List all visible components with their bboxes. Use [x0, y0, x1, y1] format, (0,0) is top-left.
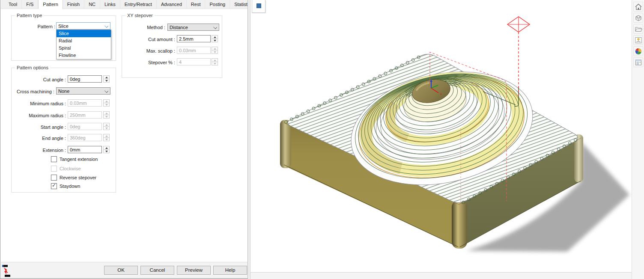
tab-entry-retract[interactable]: Entry/Retract: [120, 0, 157, 9]
checkbox-row-staydown: Staydown: [51, 183, 80, 189]
start-angle-stepper: [103, 123, 110, 130]
max-scallop-label: Max. scallop :: [129, 48, 175, 53]
group-xy-stepover-title: XY stepover: [125, 13, 155, 18]
cross-machining-combobox[interactable]: None: [56, 87, 110, 95]
viewport-3d[interactable]: x: [250, 0, 632, 279]
minimum-radius-stepper: [103, 99, 110, 107]
application-window: Tool F/S Pattern Finish NC Links Entry/R…: [0, 0, 644, 279]
minimum-radius-label: Minimum radius :: [13, 101, 66, 106]
group-pattern-type-title: Pattern type: [15, 13, 44, 18]
method-label: Method :: [129, 25, 165, 30]
dropdown-option-slice[interactable]: Slice: [57, 30, 111, 37]
cancel-button[interactable]: Cancel: [140, 266, 174, 275]
cut-angle-label: Cut angle :: [13, 77, 66, 82]
pattern-dropdown-list: Slice Radial Spiral Flowline: [56, 30, 111, 59]
start-angle-input: 0deg: [68, 123, 102, 130]
checkbox-row-reverse-stepover: Reverse stepover: [51, 175, 96, 181]
checkbox-row-clockwise: Clockwise: [51, 166, 81, 172]
pattern-combobox-value: Slice: [58, 24, 69, 29]
toolbar-render-button[interactable]: [633, 46, 643, 56]
viewport-collapsed-panel[interactable]: [252, 0, 265, 13]
machining-operation-dialog: Tool F/S Pattern Finish NC Links Entry/R…: [0, 0, 247, 279]
minimum-radius-input: 0.03mm: [68, 99, 102, 107]
end-angle-stepper: [103, 134, 110, 141]
render-sphere-icon: [634, 47, 643, 56]
tool-start-diamond-marker: [507, 17, 530, 32]
maximum-radius-label: Maximum radius :: [13, 113, 66, 118]
dropdown-option-spiral[interactable]: Spiral: [57, 45, 111, 52]
tab-advanced[interactable]: Advanced: [157, 0, 187, 9]
group-pattern-options-title: Pattern options: [15, 65, 50, 70]
end-angle-input: 360deg: [68, 134, 102, 141]
tab-rest[interactable]: Rest: [187, 0, 206, 9]
help-button[interactable]: Help: [213, 266, 247, 275]
preview-button[interactable]: Preview: [177, 266, 211, 275]
tangent-extension-label: Tangent extension: [60, 157, 98, 162]
properties-list-icon: [634, 58, 643, 67]
group-pattern-options: Pattern options: [11, 68, 116, 193]
dialog-tab-bar: Tool F/S Pattern Finish NC Links Entry/R…: [1, 0, 248, 9]
tab-pattern[interactable]: Pattern: [38, 0, 63, 9]
reverse-stepover-label: Reverse stepover: [60, 175, 96, 180]
maximum-radius-input: 250mm: [68, 111, 102, 119]
end-angle-label: End angle :: [13, 136, 66, 141]
toolbar-home-button[interactable]: [633, 2, 643, 12]
maximum-radius-stepper: [103, 111, 110, 119]
cut-amount-stepper[interactable]: [212, 35, 218, 42]
pane-splitter[interactable]: [247, 0, 250, 279]
cross-machining-combobox-value: None: [58, 89, 69, 94]
staydown-checkbox[interactable]: [51, 183, 57, 189]
staydown-label: Staydown: [60, 184, 80, 189]
tab-nc[interactable]: NC: [84, 0, 100, 9]
toolbar-open-button[interactable]: [633, 24, 643, 34]
max-scallop-stepper: [212, 47, 218, 54]
dialog-footer: OK Cancel Preview Help: [1, 262, 248, 279]
checkbox-row-tangent-extension: Tangent extension: [51, 156, 98, 162]
home-icon: [634, 3, 643, 11]
right-sidebar-toolbar: [632, 0, 644, 279]
stepover-pct-input: 4: [177, 58, 211, 65]
max-scallop-input: 0.03mm: [177, 47, 211, 54]
tangent-extension-checkbox[interactable]: [51, 156, 57, 162]
toolbar-properties-button[interactable]: [633, 57, 643, 67]
tab-links[interactable]: Links: [100, 0, 120, 9]
method-combobox-value: Distance: [170, 25, 188, 30]
extension-stepper[interactable]: [103, 146, 110, 153]
tab-finish[interactable]: Finish: [63, 0, 84, 9]
ok-button[interactable]: OK: [104, 266, 138, 275]
machine-setup-icon: [634, 36, 643, 45]
stepover-pct-stepper: [212, 58, 218, 65]
stepover-pct-label: Stepover % :: [129, 60, 175, 65]
pattern-label: Pattern :: [16, 24, 55, 29]
reverse-stepover-checkbox[interactable]: [51, 175, 57, 181]
extension-input[interactable]: 0mm: [68, 146, 102, 153]
cut-amount-label: Cut amount :: [129, 37, 175, 42]
tab-tool[interactable]: Tool: [4, 0, 22, 9]
chevron-down-icon: [104, 89, 108, 93]
cut-angle-input[interactable]: 0deg: [68, 75, 102, 83]
toolbar-stock-button[interactable]: [633, 13, 643, 23]
panel-square-icon: [256, 3, 261, 8]
chevron-down-icon: [213, 25, 217, 29]
start-angle-label: Start angle :: [13, 125, 66, 130]
dropdown-option-flowline[interactable]: Flowline: [57, 52, 111, 59]
tab-fs[interactable]: F/S: [22, 0, 38, 9]
cut-amount-input[interactable]: 2.5mm: [177, 35, 211, 42]
extension-label: Extension :: [13, 148, 66, 153]
pattern-combobox[interactable]: Slice: [56, 22, 110, 30]
part-and-toolpath-scene: x: [250, 0, 632, 272]
method-combobox[interactable]: Distance: [167, 24, 219, 31]
cross-machining-label: Cross machining :: [9, 89, 54, 94]
toolbar-machine-setup-button[interactable]: [633, 35, 643, 45]
viewport-status-strip: [250, 272, 632, 279]
x-axis-label: x: [440, 92, 442, 96]
cut-angle-stepper[interactable]: [103, 75, 110, 83]
open-folder-icon: [634, 25, 643, 33]
brand-logo: [2, 264, 11, 277]
stock-box-icon: [634, 14, 643, 22]
clockwise-checkbox: [51, 166, 57, 172]
clockwise-label: Clockwise: [60, 166, 81, 171]
tab-posting[interactable]: Posting: [205, 0, 230, 9]
chevron-down-icon: [104, 24, 108, 28]
dropdown-option-radial[interactable]: Radial: [57, 37, 111, 45]
